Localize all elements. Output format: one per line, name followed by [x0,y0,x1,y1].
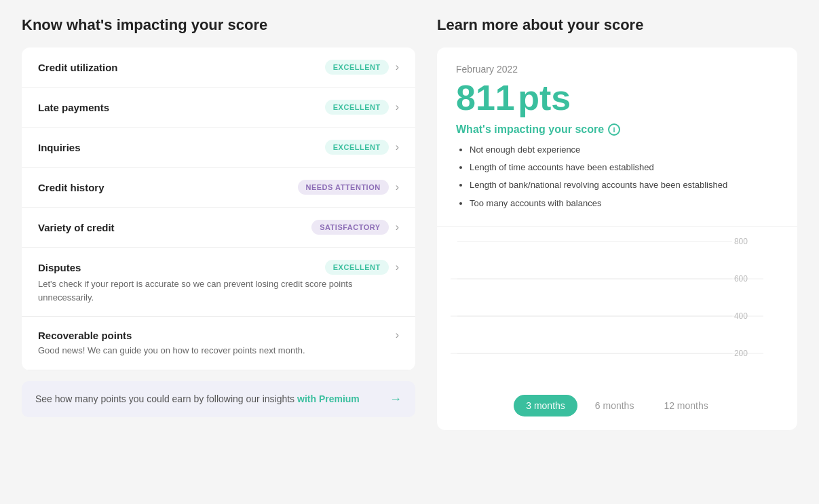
factor-name-inquiries: Inquiries [38,142,81,153]
time-btn-6months[interactable]: 6 months [583,395,647,416]
disputes-description: Let's check if your report is accurate s… [38,277,399,304]
time-btn-3months[interactable]: 3 months [514,395,577,416]
impact-item-1: Length of time accounts have been establ… [470,161,778,174]
chevron-inquiries: › [396,141,399,153]
impacting-title: What's impacting your score i [456,123,778,136]
premium-cta-text: with Premium [297,393,360,404]
right-panel: Learn more about your score February 202… [437,16,797,430]
badge-late-payments: EXCELLENT [325,100,389,115]
premium-arrow-icon: → [389,392,402,406]
chevron-late-payments: › [396,101,399,113]
chart-section: 800 600 400 200 3 months 6 months 12 mon… [437,227,797,430]
factor-name-late-payments: Late payments [38,102,109,113]
premium-pre-text: See how many points you could earn [35,393,191,404]
factor-right-credit-history: NEEDS ATTENTION › [298,180,400,195]
badge-inquiries: EXCELLENT [325,140,389,155]
factor-right-variety: SATISFACTORY › [311,220,399,235]
factor-credit-utilization[interactable]: Credit utilization EXCELLENT › [22,47,415,88]
factor-right-disputes: EXCELLENT › [325,260,399,275]
premium-text: See how many points you could earn by fo… [35,393,360,404]
factor-right-credit-utilization: EXCELLENT › [325,60,399,75]
factor-name-credit-utilization: Credit utilization [38,62,118,73]
score-display: 811 pts [456,77,778,118]
impact-item-3: Too many accounts with balances [470,197,778,210]
factor-recoverable-points[interactable]: Recoverable points › Good news! We can g… [22,317,415,370]
left-title: Know what's impacting your score [22,16,415,34]
svg-text:400: 400 [734,311,748,321]
chart-svg: 800 600 400 200 [451,235,763,384]
badge-variety: SATISFACTORY [311,220,389,235]
premium-banner[interactable]: See how many points you could earn by fo… [22,381,415,417]
chevron-variety: › [396,221,399,233]
svg-text:800: 800 [734,237,748,246]
score-value: 811 [456,78,515,117]
factor-credit-history[interactable]: Credit history NEEDS ATTENTION › [22,168,415,208]
score-card: February 2022 811 pts What's impacting y… [437,47,797,430]
score-date: February 2022 [456,64,778,75]
chevron-disputes: › [396,261,399,273]
chevron-credit-history: › [396,181,399,193]
factor-name-variety: Variety of credit [38,222,115,233]
chevron-recoverable: › [396,329,399,341]
factor-inquiries[interactable]: Inquiries EXCELLENT › [22,128,415,168]
factor-right-late-payments: EXCELLENT › [325,100,399,115]
impact-item-0: Not enough debt experience [470,144,778,156]
score-unit: pts [518,78,571,117]
chevron-credit-utilization: › [396,61,399,73]
impact-item-2: Length of bank/national revolving accoun… [470,179,778,191]
factor-variety-of-credit[interactable]: Variety of credit SATISFACTORY › [22,208,415,248]
factors-card: Credit utilization EXCELLENT › Late paym… [22,47,415,370]
time-btn-12months[interactable]: 12 months [651,395,720,416]
left-panel: Know what's impacting your score Credit … [22,16,415,430]
premium-mid-text: by following our insights [193,393,297,404]
recoverable-description: Good news! We can guide you on how to re… [38,344,399,357]
svg-text:600: 600 [734,274,748,284]
badge-disputes: EXCELLENT [325,260,389,275]
factor-disputes-header: Disputes EXCELLENT › [38,260,399,275]
chart-area: 800 600 400 200 [437,235,797,384]
factor-disputes[interactable]: Disputes EXCELLENT › Let's check if your… [22,248,415,317]
factor-name-disputes: Disputes [38,262,81,273]
factor-right-inquiries: EXCELLENT › [325,140,399,155]
factor-recoverable-header: Recoverable points › [38,329,399,341]
badge-credit-utilization: EXCELLENT [325,60,389,75]
impact-list: Not enough debt experience Length of tim… [456,144,778,210]
right-title: Learn more about your score [437,16,797,34]
score-top: February 2022 811 pts What's impacting y… [437,47,797,227]
factor-late-payments[interactable]: Late payments EXCELLENT › [22,88,415,128]
impacting-title-text: What's impacting your score [456,123,604,136]
chart-controls: 3 months 6 months 12 months [437,384,797,430]
factor-name-credit-history: Credit history [38,182,104,193]
info-icon[interactable]: i [608,123,620,136]
badge-credit-history: NEEDS ATTENTION [298,180,389,195]
svg-text:200: 200 [734,349,748,358]
factor-name-recoverable: Recoverable points [38,330,132,341]
